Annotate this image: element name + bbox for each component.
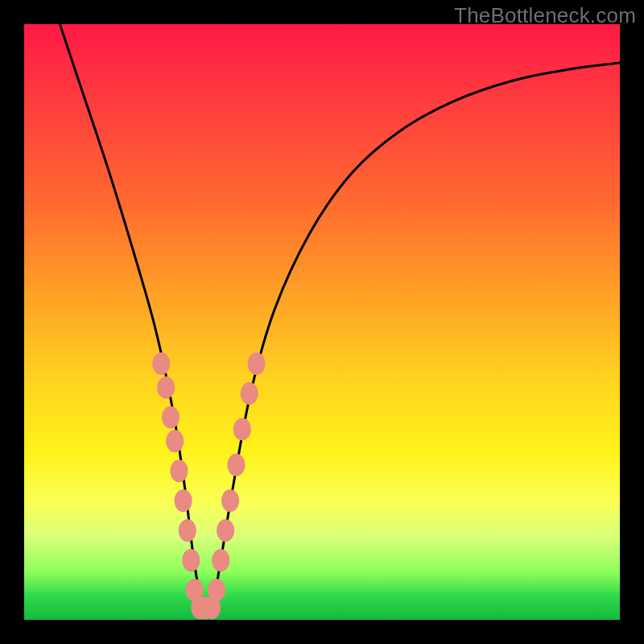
curve-markers: [152, 353, 265, 619]
marker-dot: [166, 430, 184, 452]
marker-dot: [221, 489, 239, 512]
chart-svg: [24, 24, 620, 620]
marker-dot: [157, 376, 175, 398]
marker-dot: [179, 519, 196, 542]
marker-dot: [208, 579, 225, 601]
marker-dot: [241, 382, 258, 405]
plot-area: [24, 24, 620, 620]
marker-dot: [248, 353, 266, 375]
marker-dot: [212, 549, 229, 572]
marker-dot: [170, 460, 188, 482]
marker-dot: [162, 406, 180, 428]
marker-dot: [175, 489, 192, 512]
marker-dot: [152, 353, 170, 375]
marker-dot: [217, 519, 234, 542]
bottleneck-curve: [60, 24, 620, 614]
chart-frame: TheBottleneck.com: [0, 0, 644, 644]
marker-dot: [233, 418, 251, 440]
marker-dot: [182, 549, 200, 572]
marker-dot: [227, 454, 245, 477]
